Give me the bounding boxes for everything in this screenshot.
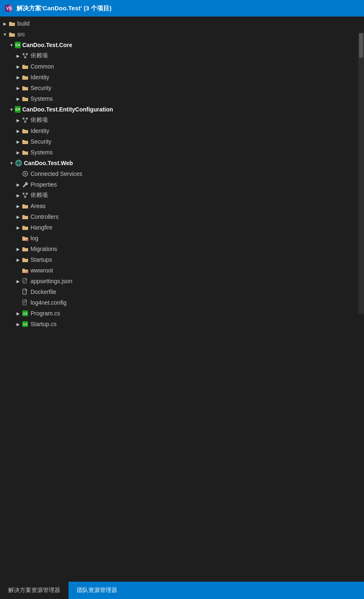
solution-explorer-tab[interactable]: 解决方案资源管理器 bbox=[0, 582, 69, 599]
tree-item-entity-deps[interactable]: 依赖项 bbox=[0, 115, 358, 125]
tree-item-build[interactable]: build bbox=[0, 18, 358, 29]
tree-item-web-startups[interactable]: Startups bbox=[0, 254, 358, 265]
folder-icon bbox=[21, 213, 29, 220]
svg-point-6 bbox=[26, 53, 28, 55]
tree-item-web-migrations[interactable]: Migrations bbox=[0, 244, 358, 254]
folder-icon bbox=[21, 63, 29, 70]
svg-line-26 bbox=[25, 195, 27, 196]
arrow-core-security[interactable] bbox=[15, 86, 21, 90]
arrow-entity-deps[interactable] bbox=[15, 118, 21, 123]
arrow-entity-identity[interactable] bbox=[15, 129, 21, 133]
arrow-core-deps[interactable] bbox=[15, 54, 21, 58]
dependency-icon bbox=[21, 116, 29, 124]
tree-item-core-identity[interactable]: Identity bbox=[0, 72, 358, 83]
folder-icon bbox=[21, 95, 29, 102]
arrow-src[interactable] bbox=[2, 32, 8, 37]
scrollbar-thumb[interactable] bbox=[359, 33, 363, 58]
tree-item-web-areas[interactable]: Areas bbox=[0, 201, 358, 211]
svg-line-8 bbox=[24, 55, 25, 57]
tree-item-web-log[interactable]: ✖log bbox=[0, 233, 358, 244]
team-explorer-tab[interactable]: 团队资源管理器 bbox=[69, 582, 125, 599]
arrow-web-hangfire[interactable] bbox=[15, 225, 21, 230]
tree-item-web-log4net[interactable]: log4net.config bbox=[0, 297, 358, 308]
tree-item-src[interactable]: src bbox=[0, 29, 358, 40]
label-web-program: Program.cs bbox=[31, 310, 358, 317]
tree-item-web-hangfire[interactable]: Hangfire bbox=[0, 222, 358, 233]
arrow-web-areas[interactable] bbox=[15, 204, 21, 208]
title-bar: VS 解决方案'CanDoo.Test' (3 个项目) bbox=[0, 0, 364, 17]
dependency-icon bbox=[21, 52, 29, 59]
tree-item-core-systems[interactable]: Systems bbox=[0, 93, 358, 104]
folder-icon bbox=[21, 73, 29, 81]
folder-icon bbox=[21, 149, 29, 156]
svg-line-14 bbox=[25, 120, 27, 121]
label-core-common: Common bbox=[31, 63, 358, 70]
csharp-file-icon: C# bbox=[21, 320, 29, 328]
arrow-web-migrations[interactable] bbox=[15, 247, 21, 251]
tree-item-core-project[interactable]: C#CanDoo.Test.Core bbox=[0, 40, 358, 50]
file-icon bbox=[21, 288, 29, 296]
arrow-web-startup[interactable] bbox=[15, 322, 21, 327]
folder-icon bbox=[21, 138, 29, 145]
tree-item-core-security[interactable]: Security bbox=[0, 83, 358, 93]
label-web-startup: Startup.cs bbox=[31, 321, 358, 327]
folder-icon bbox=[21, 256, 29, 263]
csharp-file-icon: C# bbox=[21, 310, 29, 317]
svg-point-22 bbox=[23, 193, 25, 195]
arrow-core-systems[interactable] bbox=[15, 97, 21, 101]
arrow-core-common[interactable] bbox=[15, 64, 21, 69]
tree-item-entity-systems[interactable]: Systems bbox=[0, 147, 358, 158]
folder-icon bbox=[21, 245, 29, 253]
label-entity-identity: Identity bbox=[31, 128, 358, 134]
arrow-web-appsettings[interactable] bbox=[15, 279, 21, 284]
tree-item-web-properties[interactable]: Properties bbox=[0, 179, 358, 190]
arrow-entity-systems[interactable] bbox=[15, 150, 21, 155]
tree-item-web-deps[interactable]: 依赖项 bbox=[0, 190, 358, 201]
arrow-web-deps[interactable] bbox=[15, 193, 21, 198]
tree-item-web-wwwroot[interactable]: ✖wwwroot bbox=[0, 265, 358, 276]
label-core-security: Security bbox=[31, 85, 358, 91]
folder-error-icon: ✖ bbox=[21, 267, 29, 274]
tree-item-entity-security[interactable]: Security bbox=[0, 136, 358, 147]
arrow-entity-project[interactable] bbox=[8, 107, 15, 112]
label-web-controllers: Controllers bbox=[31, 213, 358, 220]
tree-item-web-dockerfile[interactable]: Dockerfile bbox=[0, 286, 358, 297]
folder-icon bbox=[21, 84, 29, 92]
arrow-core-project[interactable] bbox=[8, 43, 15, 47]
tree-item-web-connected[interactable]: Connected Services bbox=[0, 168, 358, 179]
tree-item-core-deps[interactable]: 依赖项 bbox=[0, 50, 358, 61]
csharp-project-icon: C# bbox=[15, 106, 22, 113]
folder-icon bbox=[8, 20, 16, 27]
tree-item-web-controllers[interactable]: Controllers bbox=[0, 211, 358, 222]
arrow-web-properties[interactable] bbox=[15, 182, 21, 187]
arrow-web-startups[interactable] bbox=[15, 258, 21, 262]
tree-item-web-program[interactable]: C#Program.cs bbox=[0, 308, 358, 319]
arrow-web-project[interactable] bbox=[8, 161, 15, 166]
arrow-core-identity[interactable] bbox=[15, 75, 21, 80]
tree-item-entity-project[interactable]: C#CanDoo.Test.EntityConfiguration bbox=[0, 104, 358, 115]
tree-item-web-startup[interactable]: C#Startup.cs bbox=[0, 319, 358, 329]
folder-icon bbox=[8, 31, 16, 38]
label-entity-project: CanDoo.Test.EntityConfiguration bbox=[22, 106, 358, 113]
tree-item-web-project[interactable]: CanDoo.Test.Web bbox=[0, 158, 358, 168]
label-web-log4net: log4net.config bbox=[31, 299, 358, 306]
svg-text:VS: VS bbox=[6, 6, 12, 11]
label-core-deps: 依赖项 bbox=[31, 52, 358, 59]
tree-item-core-common[interactable]: Common bbox=[0, 61, 358, 72]
svg-point-24 bbox=[24, 196, 26, 198]
scrollbar[interactable] bbox=[358, 33, 364, 314]
tree-item-web-appsettings[interactable]: {}appsettings.json bbox=[0, 276, 358, 286]
window-title: 解决方案'CanDoo.Test' (3 个项目) bbox=[17, 5, 111, 12]
label-web-properties: Properties bbox=[31, 181, 358, 188]
arrow-entity-security[interactable] bbox=[15, 140, 21, 144]
folder-error-icon: ✖ bbox=[21, 234, 29, 242]
arrow-build[interactable] bbox=[2, 21, 8, 26]
vs-logo-icon: VS bbox=[4, 4, 13, 13]
web-project-icon bbox=[15, 159, 22, 167]
label-src: src bbox=[17, 31, 358, 38]
arrow-web-controllers[interactable] bbox=[15, 215, 21, 219]
tree-item-entity-identity[interactable]: Identity bbox=[0, 125, 358, 136]
label-core-systems: Systems bbox=[31, 95, 358, 102]
wrench-icon bbox=[21, 181, 29, 188]
arrow-web-program[interactable] bbox=[15, 311, 21, 316]
